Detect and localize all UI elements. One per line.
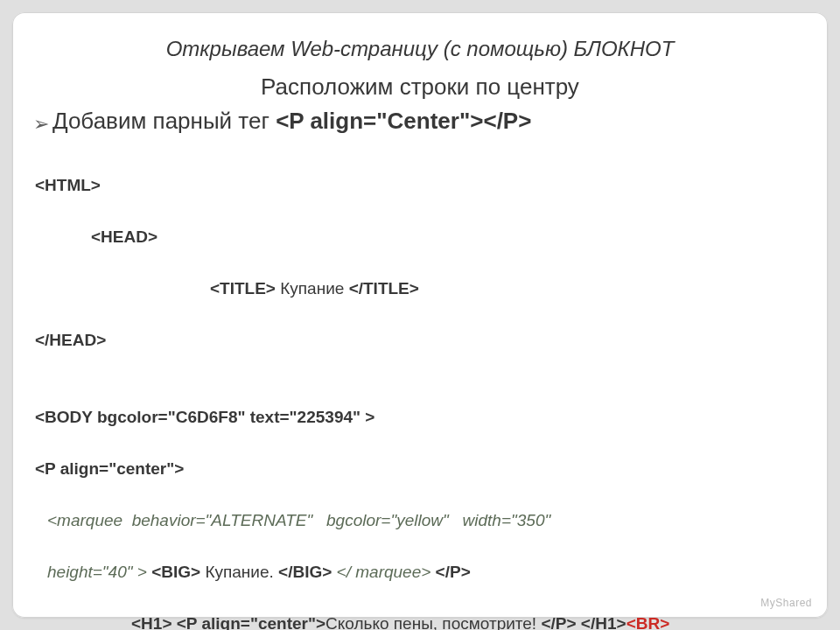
bullet-text: Добавим парный тег <P align="Center"></P… xyxy=(52,108,531,135)
subhead: Расположим строки по центру xyxy=(33,74,807,101)
code-line: <HEAD> xyxy=(91,224,158,249)
code-line: <HTML> xyxy=(35,176,101,194)
code-line: </HEAD> xyxy=(35,331,106,349)
code-block: <HTML> <HEAD> <TITLE> Купание </TITLE> <… xyxy=(35,147,807,630)
code-line: <BODY bgcolor="C6D6F8" text="225394" > xyxy=(35,408,374,426)
code-line: <H1> <P align="center">Сколько пены, пос… xyxy=(131,611,669,630)
code-line: <P align="center"> xyxy=(35,459,184,478)
code-line: <TITLE> Купание </TITLE> xyxy=(210,276,419,301)
code-line: <marquee behavior="ALTERNATE" bgcolor="y… xyxy=(47,508,550,533)
header-line: Открываем Web-страницу (с помощью) БЛОКН… xyxy=(33,37,807,61)
slide-card: Открываем Web-страницу (с помощью) БЛОКН… xyxy=(12,12,828,618)
brand-watermark: MyShared xyxy=(760,597,812,609)
bullet-pre: Добавим парный тег xyxy=(52,108,276,134)
slide-stage: Открываем Web-страницу (с помощью) БЛОКН… xyxy=(0,0,840,630)
chevron-right-icon: ➢ xyxy=(33,115,49,134)
bullet-row: ➢ Добавим парный тег <P align="Center"><… xyxy=(33,108,807,135)
code-line: height="40" > <BIG> Купание. </BIG> </ m… xyxy=(47,559,471,584)
bullet-tag: <P align="Center"></P> xyxy=(276,108,531,134)
